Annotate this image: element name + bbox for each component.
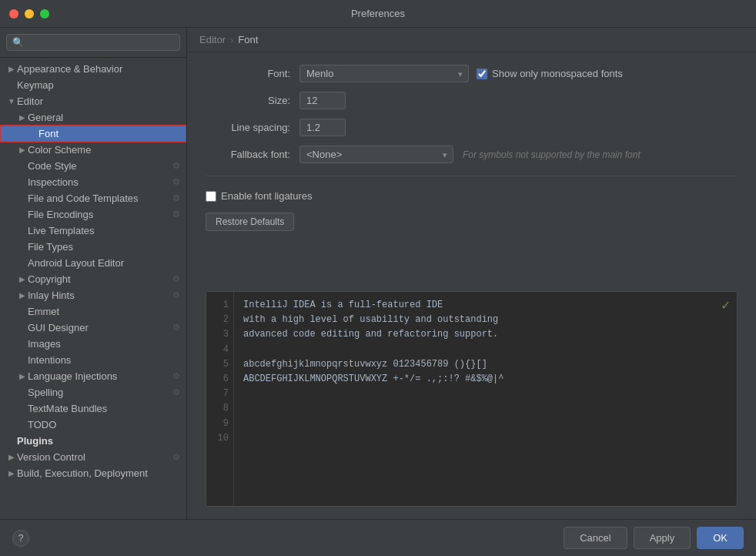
settings-icon: ⚙ bbox=[172, 193, 180, 203]
search-icon: 🔍 bbox=[12, 37, 24, 48]
breadcrumb-parent: Editor bbox=[199, 34, 226, 45]
code-line: IntelliJ IDEA is a full-featured IDE bbox=[243, 298, 728, 313]
sidebar-item-label: Android Layout Editor bbox=[28, 257, 180, 269]
code-preview: IntelliJ IDEA is a full-featured IDEwith… bbox=[234, 292, 737, 506]
ligatures-label[interactable]: Enable font ligatures bbox=[206, 190, 313, 202]
sidebar-item-label: File Encodings bbox=[28, 209, 169, 220]
sidebar-item-label: General bbox=[28, 112, 180, 123]
line-spacing-input[interactable] bbox=[299, 119, 346, 136]
help-button[interactable]: ? bbox=[12, 530, 29, 547]
sidebar-item-label: Emmet bbox=[28, 306, 180, 317]
line-numbers: 1 2 3 4 5 6 7 8 9 10 bbox=[206, 292, 234, 506]
settings-panel: Font: Menlo Courier New Monaco Consolas bbox=[187, 52, 756, 291]
arrow-icon: ▼ bbox=[6, 97, 17, 106]
sidebar-tree: ▶ Appearance & Behavior ▶ Keymap ▼ Edito… bbox=[0, 58, 186, 519]
window-title: Preferences bbox=[351, 8, 405, 19]
search-input[interactable] bbox=[28, 37, 174, 48]
maximize-button[interactable] bbox=[40, 9, 49, 18]
sidebar-item-label: Plugins bbox=[17, 435, 180, 447]
font-select-wrapper: Menlo Courier New Monaco Consolas bbox=[299, 65, 469, 82]
sidebar-item-build-execution-deployment[interactable]: ▶ Build, Execution, Deployment bbox=[0, 465, 186, 481]
breadcrumb: Editor › Font bbox=[187, 28, 756, 52]
sidebar-item-editor[interactable]: ▼ Editor bbox=[0, 93, 186, 109]
sidebar-item-label: GUI Designer bbox=[28, 322, 169, 333]
sidebar-item-inspections[interactable]: ▶ Inspections ⚙ bbox=[0, 174, 186, 190]
sidebar-item-intentions[interactable]: ▶ Intentions bbox=[0, 352, 186, 368]
settings-icon: ⚙ bbox=[172, 290, 180, 300]
breadcrumb-separator: › bbox=[230, 34, 233, 45]
sidebar-item-label: Build, Execution, Deployment bbox=[17, 467, 180, 479]
sidebar-item-android-layout-editor[interactable]: ▶ Android Layout Editor bbox=[0, 255, 186, 271]
sidebar-item-todo[interactable]: ▶ TODO bbox=[0, 417, 186, 433]
settings-icon: ⚙ bbox=[172, 209, 180, 219]
sidebar-item-label: Font bbox=[38, 128, 180, 139]
ligatures-text: Enable font ligatures bbox=[221, 190, 313, 202]
right-panel: Editor › Font Font: Menlo Courier New Mo… bbox=[187, 28, 756, 519]
sidebar-item-label: File and Code Templates bbox=[28, 193, 169, 204]
line-spacing-row: Line spacing: bbox=[206, 119, 738, 136]
cancel-button[interactable]: Cancel bbox=[564, 527, 627, 549]
arrow-icon: ▶ bbox=[17, 113, 28, 122]
arrow-icon: ▶ bbox=[6, 453, 17, 461]
sidebar-item-code-style[interactable]: ▶ Code Style ⚙ bbox=[0, 158, 186, 174]
font-select[interactable]: Menlo Courier New Monaco Consolas bbox=[299, 65, 469, 82]
sidebar-item-file-code-templates[interactable]: ▶ File and Code Templates ⚙ bbox=[0, 190, 186, 206]
search-container[interactable]: 🔍 bbox=[6, 34, 180, 51]
sidebar-item-live-templates[interactable]: ▶ Live Templates bbox=[0, 223, 186, 239]
sidebar-item-spelling[interactable]: ▶ Spelling ⚙ bbox=[0, 384, 186, 400]
ligatures-row: Enable font ligatures bbox=[206, 189, 738, 203]
arrow-icon: ▶ bbox=[17, 146, 28, 154]
settings-icon: ⚙ bbox=[172, 387, 180, 397]
bottom-buttons: Cancel Apply OK bbox=[564, 527, 744, 549]
line-number: 9 bbox=[212, 417, 229, 431]
sidebar-item-label: Images bbox=[28, 338, 180, 350]
sidebar-item-inlay-hints[interactable]: ▶ Inlay Hints ⚙ bbox=[0, 287, 186, 303]
sidebar-item-keymap[interactable]: ▶ Keymap bbox=[0, 77, 186, 93]
sidebar-item-gui-designer[interactable]: ▶ GUI Designer ⚙ bbox=[0, 320, 186, 336]
sidebar-item-plugins[interactable]: ▶ Plugins bbox=[0, 433, 186, 449]
sidebar-item-textmate-bundles[interactable]: ▶ TextMate Bundles bbox=[0, 400, 186, 417]
ok-button[interactable]: OK bbox=[697, 527, 744, 549]
sidebar-item-language-injections[interactable]: ▶ Language Injections ⚙ bbox=[0, 368, 186, 384]
close-button[interactable] bbox=[9, 9, 18, 18]
fallback-font-select[interactable]: <None> bbox=[299, 146, 453, 163]
apply-button[interactable]: Apply bbox=[634, 527, 691, 549]
check-mark-icon: ✓ bbox=[721, 298, 731, 313]
line-number: 4 bbox=[212, 343, 229, 357]
line-number: 7 bbox=[212, 387, 229, 401]
settings-icon: ⚙ bbox=[172, 274, 180, 284]
sidebar-item-copyright[interactable]: ▶ Copyright ⚙ bbox=[0, 271, 186, 287]
code-line bbox=[243, 343, 728, 357]
traffic-lights bbox=[9, 9, 49, 18]
size-input[interactable] bbox=[299, 92, 346, 109]
sidebar-item-label: Language Injections bbox=[28, 370, 169, 382]
sidebar-item-appearance[interactable]: ▶ Appearance & Behavior bbox=[0, 61, 186, 77]
sidebar-item-label: TextMate Bundles bbox=[28, 403, 180, 414]
sidebar-item-file-types[interactable]: ▶ File Types bbox=[0, 239, 186, 255]
settings-icon: ⚙ bbox=[172, 161, 180, 171]
ligatures-checkbox[interactable] bbox=[206, 191, 216, 202]
arrow-icon: ▶ bbox=[6, 469, 17, 477]
size-label: Size: bbox=[206, 95, 290, 106]
sidebar-item-label: Code Style bbox=[28, 160, 169, 172]
code-line: with a high level of usability and outst… bbox=[243, 313, 728, 327]
sidebar-item-label: Editor bbox=[17, 95, 180, 107]
sidebar-item-images[interactable]: ▶ Images bbox=[0, 336, 186, 352]
sidebar-item-version-control[interactable]: ▶ Version Control ⚙ bbox=[0, 449, 186, 465]
sidebar-item-general[interactable]: ▶ General bbox=[0, 109, 186, 126]
fallback-font-select-wrapper: <None> bbox=[299, 146, 453, 163]
sidebar-item-label: TODO bbox=[28, 419, 180, 430]
line-spacing-label: Line spacing: bbox=[206, 122, 290, 133]
show-monospaced-label[interactable]: Show only monospaced fonts bbox=[477, 68, 623, 79]
sidebar-item-font[interactable]: ▶ Font bbox=[0, 126, 186, 142]
sidebar-item-label: Intentions bbox=[28, 354, 180, 366]
sidebar-item-emmet[interactable]: ▶ Emmet bbox=[0, 303, 186, 320]
show-monospaced-checkbox[interactable] bbox=[477, 69, 487, 79]
sidebar-item-label: Color Scheme bbox=[28, 144, 180, 156]
sidebar: 🔍 ▶ Appearance & Behavior ▶ Keymap ▼ bbox=[0, 28, 187, 519]
restore-defaults-button[interactable]: Restore Defaults bbox=[206, 213, 294, 231]
minimize-button[interactable] bbox=[25, 9, 34, 18]
divider bbox=[206, 176, 738, 176]
sidebar-item-color-scheme[interactable]: ▶ Color Scheme bbox=[0, 142, 186, 158]
sidebar-item-file-encodings[interactable]: ▶ File Encodings ⚙ bbox=[0, 206, 186, 223]
